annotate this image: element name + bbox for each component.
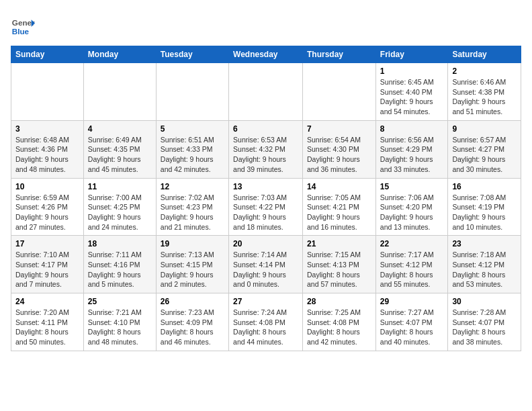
day-info: Sunrise: 6:54 AMSunset: 4:30 PMDaylight:… [307, 135, 371, 175]
day-info: Sunrise: 7:21 AMSunset: 4:10 PMDaylight:… [88, 308, 152, 347]
page-header: General Blue [11, 11, 521, 39]
logo-icon: General Blue [11, 15, 35, 39]
day-number: 20 [233, 239, 298, 248]
day-number: 6 [233, 124, 298, 134]
day-number: 19 [161, 239, 224, 248]
calendar-cell: 29Sunrise: 7:27 AMSunset: 4:07 PMDayligh… [375, 293, 448, 351]
logo: General Blue [11, 15, 35, 39]
day-number: 18 [88, 239, 152, 248]
calendar-cell [229, 63, 303, 121]
day-info: Sunrise: 6:49 AMSunset: 4:35 PMDaylight:… [88, 135, 152, 175]
calendar-cell: 28Sunrise: 7:25 AMSunset: 4:08 PMDayligh… [303, 293, 376, 351]
day-number: 9 [452, 124, 517, 134]
calendar-table: SundayMondayTuesdayWednesdayThursdayFrid… [11, 46, 521, 351]
weekday-header: Friday [375, 46, 448, 63]
day-number: 14 [307, 182, 371, 191]
day-number: 12 [161, 182, 224, 191]
day-info: Sunrise: 7:25 AMSunset: 4:08 PMDaylight:… [307, 308, 371, 347]
calendar-cell: 1Sunrise: 6:45 AMSunset: 4:40 PMDaylight… [375, 63, 448, 121]
calendar-cell: 3Sunrise: 6:48 AMSunset: 4:36 PMDaylight… [11, 120, 84, 178]
day-number: 22 [380, 239, 444, 248]
calendar-cell: 11Sunrise: 7:00 AMSunset: 4:25 PMDayligh… [83, 178, 156, 236]
calendar-cell: 8Sunrise: 6:56 AMSunset: 4:29 PMDaylight… [375, 120, 448, 178]
day-info: Sunrise: 6:57 AMSunset: 4:27 PMDaylight:… [452, 135, 517, 175]
day-number: 2 [452, 66, 517, 76]
day-info: Sunrise: 6:46 AMSunset: 4:38 PMDaylight:… [452, 77, 517, 117]
day-info: Sunrise: 7:17 AMSunset: 4:12 PMDaylight:… [380, 250, 444, 289]
day-number: 8 [380, 124, 444, 134]
day-number: 25 [88, 297, 152, 306]
calendar-week-row: 24Sunrise: 7:20 AMSunset: 4:11 PMDayligh… [11, 293, 521, 351]
day-info: Sunrise: 7:02 AMSunset: 4:23 PMDaylight:… [161, 193, 224, 232]
calendar-cell: 6Sunrise: 6:53 AMSunset: 4:32 PMDaylight… [229, 120, 303, 178]
day-number: 16 [452, 182, 517, 191]
day-info: Sunrise: 6:51 AMSunset: 4:33 PMDaylight:… [161, 135, 224, 175]
day-number: 11 [88, 182, 152, 191]
calendar-cell: 5Sunrise: 6:51 AMSunset: 4:33 PMDaylight… [156, 120, 228, 178]
day-info: Sunrise: 7:27 AMSunset: 4:07 PMDaylight:… [380, 308, 444, 347]
day-info: Sunrise: 6:48 AMSunset: 4:36 PMDaylight:… [15, 135, 79, 175]
day-number: 30 [452, 297, 517, 306]
day-number: 5 [161, 124, 224, 134]
day-info: Sunrise: 7:00 AMSunset: 4:25 PMDaylight:… [88, 193, 152, 232]
calendar-cell [303, 63, 376, 121]
calendar-week-row: 1Sunrise: 6:45 AMSunset: 4:40 PMDaylight… [11, 63, 521, 121]
day-number: 24 [15, 297, 79, 306]
calendar-cell: 13Sunrise: 7:03 AMSunset: 4:22 PMDayligh… [229, 178, 303, 236]
calendar-cell: 2Sunrise: 6:46 AMSunset: 4:38 PMDaylight… [448, 63, 521, 121]
calendar-cell: 17Sunrise: 7:10 AMSunset: 4:17 PMDayligh… [11, 236, 84, 293]
weekday-header: Wednesday [229, 46, 303, 63]
calendar-cell: 7Sunrise: 6:54 AMSunset: 4:30 PMDaylight… [303, 120, 376, 178]
day-info: Sunrise: 7:03 AMSunset: 4:22 PMDaylight:… [233, 193, 298, 232]
day-info: Sunrise: 6:56 AMSunset: 4:29 PMDaylight:… [380, 135, 444, 175]
day-number: 1 [380, 66, 444, 76]
day-info: Sunrise: 6:45 AMSunset: 4:40 PMDaylight:… [380, 77, 444, 117]
calendar-cell: 9Sunrise: 6:57 AMSunset: 4:27 PMDaylight… [448, 120, 521, 178]
weekday-header: Monday [83, 46, 156, 63]
calendar-cell: 14Sunrise: 7:05 AMSunset: 4:21 PMDayligh… [303, 178, 376, 236]
day-info: Sunrise: 7:15 AMSunset: 4:13 PMDaylight:… [307, 250, 371, 289]
day-info: Sunrise: 6:59 AMSunset: 4:26 PMDaylight:… [15, 193, 79, 232]
day-info: Sunrise: 7:28 AMSunset: 4:07 PMDaylight:… [452, 308, 517, 347]
calendar-cell [156, 63, 228, 121]
day-info: Sunrise: 7:24 AMSunset: 4:08 PMDaylight:… [233, 308, 298, 347]
calendar-cell: 26Sunrise: 7:23 AMSunset: 4:09 PMDayligh… [156, 293, 228, 351]
day-number: 13 [233, 182, 298, 191]
calendar-cell: 16Sunrise: 7:08 AMSunset: 4:19 PMDayligh… [448, 178, 521, 236]
weekday-header: Tuesday [156, 46, 228, 63]
calendar-header-row: SundayMondayTuesdayWednesdayThursdayFrid… [11, 46, 521, 63]
calendar-cell: 18Sunrise: 7:11 AMSunset: 4:16 PMDayligh… [83, 236, 156, 293]
calendar-cell: 24Sunrise: 7:20 AMSunset: 4:11 PMDayligh… [11, 293, 84, 351]
day-number: 7 [307, 124, 371, 134]
calendar-cell: 15Sunrise: 7:06 AMSunset: 4:20 PMDayligh… [375, 178, 448, 236]
svg-text:Blue: Blue [12, 27, 30, 36]
calendar-cell: 25Sunrise: 7:21 AMSunset: 4:10 PMDayligh… [83, 293, 156, 351]
day-number: 17 [15, 239, 79, 248]
calendar-week-row: 10Sunrise: 6:59 AMSunset: 4:26 PMDayligh… [11, 178, 521, 236]
calendar-cell [11, 63, 84, 121]
day-number: 26 [161, 297, 224, 306]
weekday-header: Thursday [303, 46, 376, 63]
day-number: 28 [307, 297, 371, 306]
day-info: Sunrise: 7:23 AMSunset: 4:09 PMDaylight:… [161, 308, 224, 347]
day-info: Sunrise: 7:08 AMSunset: 4:19 PMDaylight:… [452, 193, 517, 232]
day-info: Sunrise: 7:11 AMSunset: 4:16 PMDaylight:… [88, 250, 152, 289]
calendar-cell: 21Sunrise: 7:15 AMSunset: 4:13 PMDayligh… [303, 236, 376, 293]
day-number: 27 [233, 297, 298, 306]
calendar-cell: 30Sunrise: 7:28 AMSunset: 4:07 PMDayligh… [448, 293, 521, 351]
day-info: Sunrise: 7:18 AMSunset: 4:12 PMDaylight:… [452, 250, 517, 289]
day-number: 10 [15, 182, 79, 191]
calendar-cell: 10Sunrise: 6:59 AMSunset: 4:26 PMDayligh… [11, 178, 84, 236]
day-info: Sunrise: 7:10 AMSunset: 4:17 PMDaylight:… [15, 250, 79, 289]
calendar-cell [83, 63, 156, 121]
day-number: 29 [380, 297, 444, 306]
calendar-cell: 20Sunrise: 7:14 AMSunset: 4:14 PMDayligh… [229, 236, 303, 293]
day-info: Sunrise: 6:53 AMSunset: 4:32 PMDaylight:… [233, 135, 298, 175]
calendar-week-row: 17Sunrise: 7:10 AMSunset: 4:17 PMDayligh… [11, 236, 521, 293]
day-info: Sunrise: 7:14 AMSunset: 4:14 PMDaylight:… [233, 250, 298, 289]
calendar-cell: 4Sunrise: 6:49 AMSunset: 4:35 PMDaylight… [83, 120, 156, 178]
day-number: 15 [380, 182, 444, 191]
day-number: 23 [452, 239, 517, 248]
day-number: 21 [307, 239, 371, 248]
day-info: Sunrise: 7:13 AMSunset: 4:15 PMDaylight:… [161, 250, 224, 289]
